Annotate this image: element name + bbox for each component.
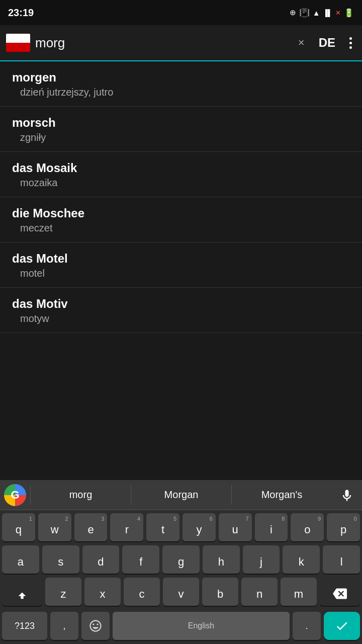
key-num-3: 4 [137,516,140,522]
nums-key[interactable]: ?123 [2,612,47,640]
result-item-2[interactable]: das Mosaik mozaika [0,152,362,197]
result-translation-2: mozaika [12,177,350,189]
more-dot-1 [349,37,352,40]
result-translation-5: motyw [12,313,350,325]
key-j[interactable]: j [243,545,280,574]
key-d[interactable]: d [82,545,120,574]
key-num-2: 3 [101,516,104,522]
more-menu-button[interactable] [345,35,356,51]
keyboard-row-2: zxcvbnm [2,578,360,606]
key-num-4: 5 [173,516,176,522]
key-t[interactable]: 5t [146,513,179,541]
checkmark-icon [335,619,349,633]
result-translation-3: meczet [12,222,350,234]
keyboard: morg Morgan Morgan's 1q2w3e4r5t6y7u8i9o0… [0,480,362,644]
result-translation-4: motel [12,268,350,279]
key-s[interactable]: s [42,545,79,574]
keyboard-bottom-row: ?123 , English . [0,612,362,644]
result-translation-1: zgniły [12,132,350,143]
signal-icon: ▐▌ [323,9,332,17]
flag-white [6,34,30,43]
emoji-key[interactable] [81,612,110,640]
key-z[interactable]: z [45,578,81,606]
result-item-5[interactable]: das Motiv motyw [0,288,362,333]
clear-button[interactable]: × [294,34,309,51]
key-u[interactable]: 7u [219,513,252,541]
status-time: 23:19 [8,7,34,19]
key-q[interactable]: 1q [2,513,35,541]
keyboard-row-1: asdfghjkl [2,545,360,574]
result-word-0: morgen [12,70,350,85]
suggestion-1[interactable]: Morgan [131,485,231,505]
more-dot-2 [349,42,352,44]
key-v[interactable]: v [163,578,199,606]
period-key[interactable]: . [293,612,321,640]
key-g[interactable]: g [162,545,200,574]
key-h[interactable]: h [203,545,240,574]
result-word-1: morsch [12,116,350,130]
key-l[interactable]: l [323,545,360,574]
key-num-1: 2 [65,516,68,522]
keyboard-suggestions: morg Morgan Morgan's [0,480,362,510]
search-bar: × DE [0,25,362,61]
key-w[interactable]: 2w [38,513,71,541]
google-icon [0,480,30,510]
battery-icon: 🔋 [344,8,354,18]
backspace-key[interactable] [320,578,360,606]
result-translation-0: dzień jutrzejszy, jutro [12,87,350,98]
key-y[interactable]: 6y [183,513,216,541]
result-word-2: das Mosaik [12,161,350,175]
key-m[interactable]: m [281,578,317,606]
result-item-4[interactable]: das Motel motel [0,243,362,288]
comma-key[interactable]: , [50,612,78,640]
key-num-8: 9 [318,516,321,522]
enter-key[interactable] [324,612,360,640]
key-n[interactable]: n [241,578,278,606]
key-num-7: 8 [282,516,285,522]
mic-button[interactable] [332,480,362,510]
backspace-icon [333,587,347,601]
result-item-3[interactable]: die Moschee meczet [0,197,362,243]
space-key[interactable]: English [113,612,290,640]
google-logo [4,484,26,506]
suggestion-0[interactable]: morg [30,485,131,505]
key-b[interactable]: b [202,578,238,606]
more-dot-3 [349,46,352,49]
suggestion-2[interactable]: Morgan's [231,485,332,505]
wifi-icon: ▲ [313,9,320,17]
result-item-0[interactable]: morgen dzień jutrzejszy, jutro [0,61,362,107]
shift-icon [17,590,28,601]
status-icons: ⊕ 📳 ▲ ▐▌ ✕ 🔋 [290,8,354,18]
language-button[interactable]: DE [314,34,340,52]
key-c[interactable]: c [124,578,160,606]
key-num-9: 0 [354,516,357,522]
key-x[interactable]: x [84,578,121,606]
key-p[interactable]: 0p [327,513,360,541]
vibrate-icon: 📳 [299,8,310,18]
key-o[interactable]: 9o [291,513,324,541]
key-a[interactable]: a [2,545,39,574]
flag-icon[interactable] [6,34,30,52]
key-num-6: 7 [245,516,248,522]
key-r[interactable]: 4r [110,513,143,541]
result-word-4: das Motel [12,252,350,266]
flag-red [6,43,30,52]
result-word-3: die Moschee [12,206,350,220]
key-i[interactable]: 8i [255,513,288,541]
gps-icon: ⊕ [290,8,296,17]
shift-key[interactable] [2,578,42,606]
status-bar: 23:19 ⊕ 📳 ▲ ▐▌ ✕ 🔋 [0,0,362,25]
result-word-5: das Motiv [12,297,350,311]
key-f[interactable]: f [122,545,159,574]
key-num-0: 1 [29,516,32,522]
keyboard-rows: 1q2w3e4r5t6y7u8i9o0pasdfghjklzxcvbnm [0,510,362,612]
keyboard-row-0: 1q2w3e4r5t6y7u8i9o0p [2,513,360,541]
search-input[interactable] [35,35,289,51]
result-item-1[interactable]: morsch zgniły [0,107,362,152]
key-e[interactable]: 3e [74,513,108,541]
key-k[interactable]: k [283,545,320,574]
results-list: morgen dzień jutrzejszy, jutro morsch zg… [0,61,362,333]
nosim-icon: ✕ [335,9,341,17]
mic-icon [340,488,354,502]
emoji-icon [88,619,103,633]
